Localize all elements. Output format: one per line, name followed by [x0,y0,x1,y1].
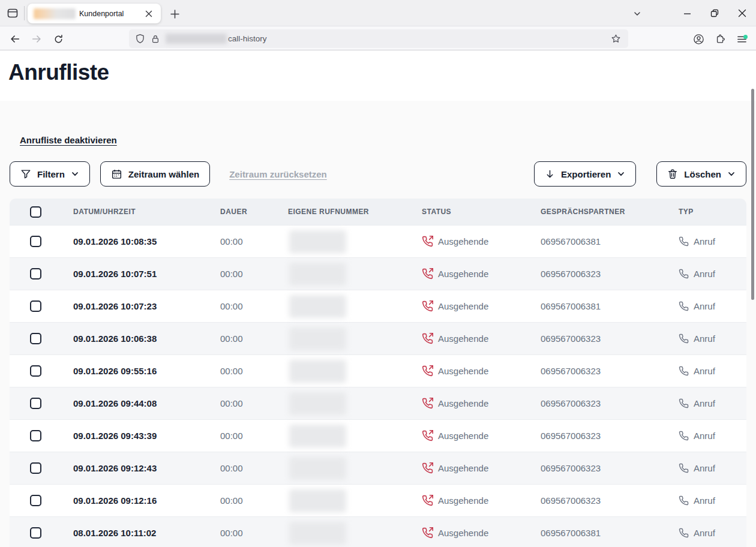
phone-icon [679,463,689,473]
row-checkbox[interactable] [30,495,41,506]
row-duration: 00:00 [220,366,243,376]
row-datetime: 09.01.2026 10:08:35 [73,236,157,247]
page-header: Anrufliste [0,50,756,101]
delete-button-label: Löschen [684,169,721,179]
row-checkbox[interactable] [30,462,41,474]
date-range-button-label: Zeitraum wählen [128,169,199,179]
own-number-redacted [289,522,346,545]
outgoing-call-icon [422,333,433,344]
shield-icon[interactable] [135,34,145,44]
list-all-tabs-icon[interactable] [630,7,644,20]
new-tab-icon[interactable] [168,7,181,20]
app-menu-icon[interactable] [734,31,749,47]
window-restore-icon[interactable] [706,7,724,20]
export-button-label: Exportieren [561,169,611,179]
row-type: Anruf [694,495,715,506]
row-partner: 069567006323 [541,398,601,408]
window-close-icon[interactable] [733,7,751,20]
row-duration: 00:00 [220,333,243,344]
row-partner: 069567006381 [541,528,601,538]
phone-icon [679,495,689,506]
trash-icon [667,169,678,179]
row-partner: 069567006381 [541,301,601,311]
table-row: 08.01.2026 10:11:02 00:00 Ausgehende 069… [10,516,746,547]
deactivate-call-list-link[interactable]: Anrufliste deaktivieren [20,135,117,145]
own-number-redacted [289,425,346,447]
row-status: Ausgehende [438,398,488,408]
row-duration: 00:00 [220,463,243,473]
row-checkbox[interactable] [30,398,41,409]
select-all-checkbox[interactable] [30,206,41,218]
extensions-puzzle-icon[interactable] [712,31,728,47]
phone-icon [679,301,689,311]
phone-icon [679,366,689,376]
chevron-down-icon [617,170,625,178]
export-button[interactable]: Exportieren [534,161,636,187]
outgoing-call-icon [422,365,433,377]
row-status: Ausgehende [438,366,488,376]
row-type: Anruf [694,301,715,311]
own-number-redacted [289,230,346,253]
forward-icon [29,31,44,47]
calendar-icon [111,169,122,180]
phone-icon [679,528,689,538]
phone-icon [679,333,689,344]
filter-funnel-icon [20,169,31,179]
row-status: Ausgehende [438,269,488,279]
row-duration: 00:00 [220,495,243,506]
own-number-redacted [289,457,346,480]
table-row: 09.01.2026 09:43:39 00:00 Ausgehende 069… [10,419,746,452]
row-datetime: 09.01.2026 10:07:23 [73,301,157,311]
own-number-redacted [289,489,346,512]
table-header-row: DATUM/UHRZEIT DAUER EIGENE RUFNUMMER STA… [10,199,746,225]
row-status: Ausgehende [438,431,488,441]
phone-icon [679,431,689,441]
reload-icon[interactable] [50,31,66,47]
header-status: STATUS [422,208,541,216]
date-range-button[interactable]: Zeitraum wählen [100,161,210,187]
row-checkbox[interactable] [30,430,41,441]
row-type: Anruf [694,236,715,247]
table-row: 09.01.2026 09:44:08 00:00 Ausgehende 069… [10,387,746,419]
browser-nav-bar: call-history [0,26,756,50]
table-row: 09.01.2026 09:55:16 00:00 Ausgehende 069… [10,354,746,387]
phone-icon [679,398,689,408]
download-arrow-icon [545,169,555,179]
active-tab[interactable]: Kundenportal [28,4,161,23]
own-number-redacted [289,392,346,415]
row-checkbox[interactable] [30,527,41,539]
window-minimize-icon[interactable] [678,7,696,20]
row-type: Anruf [694,366,715,376]
row-status: Ausgehende [438,333,488,344]
account-icon[interactable] [691,31,706,47]
phone-icon [679,236,689,247]
call-history-table: DATUM/UHRZEIT DAUER EIGENE RUFNUMMER STA… [10,199,746,547]
row-partner: 069567006323 [541,333,601,344]
row-checkbox[interactable] [30,300,41,312]
lock-icon[interactable] [151,34,160,44]
outgoing-call-icon [422,527,433,539]
url-path[interactable]: call-history [228,34,611,43]
row-checkbox[interactable] [30,365,41,377]
header-own-number: EIGENE RUFNUMMER [288,208,422,216]
row-checkbox[interactable] [30,268,41,279]
delete-button[interactable]: Löschen [656,161,746,187]
row-datetime: 09.01.2026 09:44:08 [73,398,157,408]
row-checkbox[interactable] [30,236,41,247]
url-bar[interactable]: call-history [129,29,628,48]
row-status: Ausgehende [438,301,488,311]
row-checkbox[interactable] [30,333,41,344]
chevron-down-icon [71,170,79,178]
row-duration: 00:00 [220,398,243,408]
outgoing-call-icon [422,430,433,441]
tab-close-icon[interactable] [143,8,155,20]
bookmark-star-icon[interactable] [611,34,621,44]
row-partner: 069567006323 [541,463,601,473]
back-icon[interactable] [7,31,23,47]
page-scrollbar-thumb[interactable] [751,89,754,300]
filter-button[interactable]: Filtern [10,161,90,187]
table-row: 09.01.2026 10:07:51 00:00 Ausgehende 069… [10,257,746,290]
row-type: Anruf [694,431,715,441]
firefox-view-icon[interactable] [5,6,20,20]
phone-icon [679,269,689,279]
